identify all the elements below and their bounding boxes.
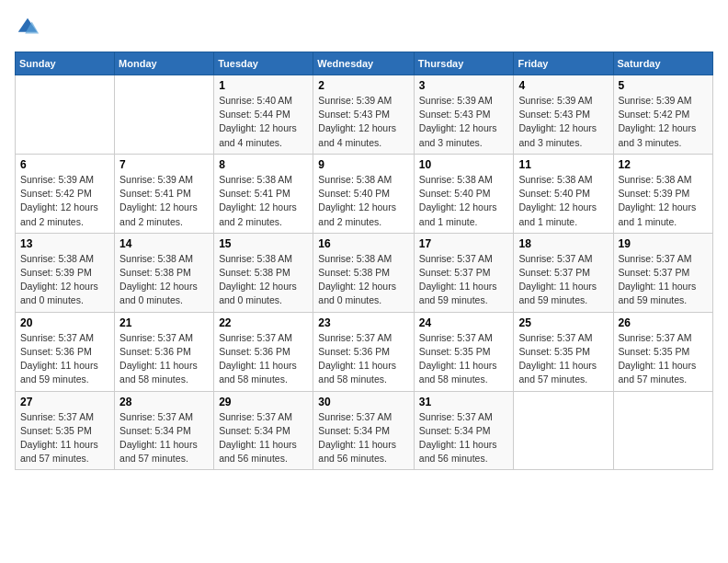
- calendar-week-3: 13Sunrise: 5:38 AMSunset: 5:39 PMDayligh…: [16, 233, 713, 312]
- calendar-cell: 25Sunrise: 5:37 AMSunset: 5:35 PMDayligh…: [514, 312, 613, 391]
- day-number: 16: [318, 237, 409, 250]
- day-number: 6: [20, 158, 109, 171]
- calendar-cell: 28Sunrise: 5:37 AMSunset: 5:34 PMDayligh…: [115, 391, 214, 470]
- calendar-cell: [115, 75, 214, 155]
- day-info: Sunrise: 5:37 AMSunset: 5:34 PMDaylight:…: [119, 410, 209, 466]
- day-number: 3: [419, 79, 509, 92]
- day-info: Sunrise: 5:37 AMSunset: 5:35 PMDaylight:…: [419, 331, 509, 387]
- calendar-cell: 29Sunrise: 5:37 AMSunset: 5:34 PMDayligh…: [214, 391, 313, 470]
- day-header-wednesday: Wednesday: [313, 52, 415, 75]
- day-info: Sunrise: 5:38 AMSunset: 5:40 PMDaylight:…: [419, 173, 509, 229]
- calendar-cell: 5Sunrise: 5:39 AMSunset: 5:42 PMDaylight…: [613, 75, 712, 155]
- calendar-cell: 4Sunrise: 5:39 AMSunset: 5:43 PMDaylight…: [514, 75, 613, 155]
- day-number: 12: [619, 158, 708, 171]
- day-number: 19: [619, 237, 708, 250]
- calendar-table: SundayMondayTuesdayWednesdayThursdayFrid…: [15, 52, 713, 470]
- day-info: Sunrise: 5:37 AMSunset: 5:37 PMDaylight:…: [419, 252, 509, 308]
- day-number: 10: [419, 158, 509, 171]
- day-header-friday: Friday: [514, 52, 613, 75]
- day-info: Sunrise: 5:38 AMSunset: 5:40 PMDaylight:…: [318, 173, 409, 229]
- calendar-cell: 10Sunrise: 5:38 AMSunset: 5:40 PMDayligh…: [414, 154, 514, 233]
- calendar-cell: 23Sunrise: 5:37 AMSunset: 5:36 PMDayligh…: [313, 312, 415, 391]
- calendar-cell: 14Sunrise: 5:38 AMSunset: 5:38 PMDayligh…: [115, 233, 214, 312]
- day-info: Sunrise: 5:38 AMSunset: 5:38 PMDaylight:…: [219, 252, 308, 308]
- day-number: 20: [20, 316, 109, 329]
- day-info: Sunrise: 5:38 AMSunset: 5:39 PMDaylight:…: [20, 252, 109, 308]
- day-info: Sunrise: 5:37 AMSunset: 5:34 PMDaylight:…: [419, 410, 509, 466]
- calendar-cell: 22Sunrise: 5:37 AMSunset: 5:36 PMDayligh…: [214, 312, 313, 391]
- calendar-week-1: 1Sunrise: 5:40 AMSunset: 5:44 PMDaylight…: [16, 75, 713, 155]
- page-header: [15, 15, 713, 40]
- calendar-cell: 24Sunrise: 5:37 AMSunset: 5:35 PMDayligh…: [414, 312, 514, 391]
- calendar-cell: 13Sunrise: 5:38 AMSunset: 5:39 PMDayligh…: [16, 233, 115, 312]
- day-info: Sunrise: 5:38 AMSunset: 5:38 PMDaylight:…: [119, 252, 209, 308]
- day-number: 7: [119, 158, 209, 171]
- day-info: Sunrise: 5:38 AMSunset: 5:38 PMDaylight:…: [318, 252, 409, 308]
- day-info: Sunrise: 5:39 AMSunset: 5:43 PMDaylight:…: [518, 94, 608, 150]
- calendar-cell: [16, 75, 115, 155]
- day-info: Sunrise: 5:37 AMSunset: 5:35 PMDaylight:…: [619, 331, 708, 387]
- calendar-cell: 21Sunrise: 5:37 AMSunset: 5:36 PMDayligh…: [115, 312, 214, 391]
- day-number: 31: [419, 396, 509, 408]
- day-header-sunday: Sunday: [16, 52, 115, 75]
- day-info: Sunrise: 5:40 AMSunset: 5:44 PMDaylight:…: [219, 94, 308, 150]
- calendar-cell: 12Sunrise: 5:38 AMSunset: 5:39 PMDayligh…: [613, 154, 712, 233]
- day-number: 28: [119, 396, 209, 408]
- day-info: Sunrise: 5:37 AMSunset: 5:34 PMDaylight:…: [318, 410, 409, 466]
- calendar-cell: 26Sunrise: 5:37 AMSunset: 5:35 PMDayligh…: [613, 312, 712, 391]
- day-number: 27: [20, 396, 109, 408]
- day-number: 26: [619, 316, 708, 329]
- calendar-cell: 27Sunrise: 5:37 AMSunset: 5:35 PMDayligh…: [16, 391, 115, 470]
- calendar-cell: 18Sunrise: 5:37 AMSunset: 5:37 PMDayligh…: [514, 233, 613, 312]
- day-info: Sunrise: 5:37 AMSunset: 5:36 PMDaylight:…: [119, 331, 209, 387]
- day-header-saturday: Saturday: [613, 52, 712, 75]
- day-info: Sunrise: 5:37 AMSunset: 5:37 PMDaylight:…: [619, 252, 708, 308]
- calendar-header-row: SundayMondayTuesdayWednesdayThursdayFrid…: [16, 52, 713, 75]
- calendar-cell: 8Sunrise: 5:38 AMSunset: 5:41 PMDaylight…: [214, 154, 313, 233]
- day-info: Sunrise: 5:37 AMSunset: 5:36 PMDaylight:…: [219, 331, 308, 387]
- day-info: Sunrise: 5:39 AMSunset: 5:42 PMDaylight:…: [20, 173, 109, 229]
- day-number: 23: [318, 316, 409, 329]
- day-number: 2: [318, 79, 409, 92]
- day-info: Sunrise: 5:37 AMSunset: 5:36 PMDaylight:…: [20, 331, 109, 387]
- calendar-cell: 20Sunrise: 5:37 AMSunset: 5:36 PMDayligh…: [16, 312, 115, 391]
- day-info: Sunrise: 5:37 AMSunset: 5:34 PMDaylight:…: [219, 410, 308, 466]
- calendar-cell: 30Sunrise: 5:37 AMSunset: 5:34 PMDayligh…: [313, 391, 415, 470]
- calendar-cell: 31Sunrise: 5:37 AMSunset: 5:34 PMDayligh…: [414, 391, 514, 470]
- day-header-tuesday: Tuesday: [214, 52, 313, 75]
- day-number: 29: [219, 396, 308, 408]
- calendar-cell: 19Sunrise: 5:37 AMSunset: 5:37 PMDayligh…: [613, 233, 712, 312]
- day-number: 21: [119, 316, 209, 329]
- day-header-thursday: Thursday: [414, 52, 514, 75]
- calendar-cell: 1Sunrise: 5:40 AMSunset: 5:44 PMDaylight…: [214, 75, 313, 155]
- day-info: Sunrise: 5:38 AMSunset: 5:39 PMDaylight:…: [619, 173, 708, 229]
- day-number: 9: [318, 158, 409, 171]
- calendar-cell: 7Sunrise: 5:39 AMSunset: 5:41 PMDaylight…: [115, 154, 214, 233]
- day-number: 1: [219, 79, 308, 92]
- day-number: 24: [419, 316, 509, 329]
- calendar-cell: 3Sunrise: 5:39 AMSunset: 5:43 PMDaylight…: [414, 75, 514, 155]
- day-info: Sunrise: 5:39 AMSunset: 5:43 PMDaylight:…: [419, 94, 509, 150]
- day-number: 14: [119, 237, 209, 250]
- day-number: 5: [619, 79, 708, 92]
- day-info: Sunrise: 5:39 AMSunset: 5:41 PMDaylight:…: [119, 173, 209, 229]
- calendar-cell: 16Sunrise: 5:38 AMSunset: 5:38 PMDayligh…: [313, 233, 415, 312]
- day-number: 17: [419, 237, 509, 250]
- calendar-cell: 11Sunrise: 5:38 AMSunset: 5:40 PMDayligh…: [514, 154, 613, 233]
- calendar-cell: 6Sunrise: 5:39 AMSunset: 5:42 PMDaylight…: [16, 154, 115, 233]
- day-info: Sunrise: 5:37 AMSunset: 5:35 PMDaylight:…: [518, 331, 608, 387]
- calendar-cell: [514, 391, 613, 470]
- day-number: 25: [518, 316, 608, 329]
- calendar-cell: [613, 391, 712, 470]
- day-number: 30: [318, 396, 409, 408]
- day-info: Sunrise: 5:37 AMSunset: 5:36 PMDaylight:…: [318, 331, 409, 387]
- day-number: 11: [518, 158, 608, 171]
- day-number: 18: [518, 237, 608, 250]
- day-info: Sunrise: 5:39 AMSunset: 5:43 PMDaylight:…: [318, 94, 409, 150]
- day-info: Sunrise: 5:39 AMSunset: 5:42 PMDaylight:…: [619, 94, 708, 150]
- calendar-cell: 15Sunrise: 5:38 AMSunset: 5:38 PMDayligh…: [214, 233, 313, 312]
- calendar-cell: 17Sunrise: 5:37 AMSunset: 5:37 PMDayligh…: [414, 233, 514, 312]
- day-info: Sunrise: 5:38 AMSunset: 5:40 PMDaylight:…: [518, 173, 608, 229]
- day-header-monday: Monday: [115, 52, 214, 75]
- day-number: 4: [518, 79, 608, 92]
